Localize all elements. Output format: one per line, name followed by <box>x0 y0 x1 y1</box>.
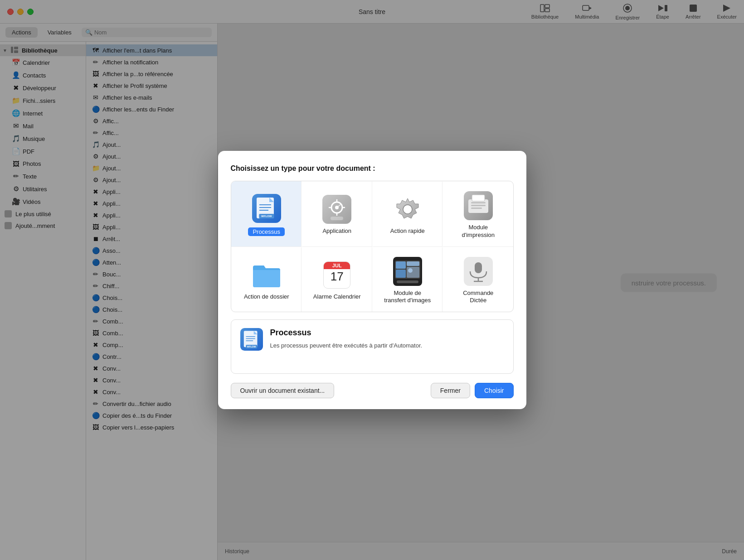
type-action-dossier[interactable]: Action de dossier <box>231 247 302 312</box>
modal-footer: Ouvrir un document existant... Fermer Ch… <box>231 383 514 398</box>
action-rapide-icon <box>393 195 422 224</box>
action-dossier-label: Action de dossier <box>244 293 289 301</box>
type-action-rapide[interactable]: Action rapide <box>372 181 443 247</box>
calendar-icon: JUL 17 <box>323 261 350 289</box>
svg-point-44 <box>408 268 413 273</box>
processus-label-badge: Processus <box>248 227 285 236</box>
application-icon <box>322 195 351 224</box>
svg-rect-41 <box>396 270 406 278</box>
svg-rect-36 <box>471 208 482 209</box>
desc-icon: WFLOW <box>240 328 263 351</box>
type-alarme-calendrier[interactable]: JUL 17 Alarme Calendrier <box>301 247 372 312</box>
type-module-impression[interactable]: Module d'impression <box>443 181 513 247</box>
desc-text: Les processus peuvent être exécutés à pa… <box>270 341 504 350</box>
calendar-day: 17 <box>324 269 350 285</box>
commande-dictee-icon-wrap <box>464 257 493 286</box>
action-dossier-icon <box>252 262 281 288</box>
module-impression-icon <box>464 191 493 220</box>
desc-content: Processus Les processus peuvent être exé… <box>270 328 504 350</box>
action-rapide-icon-wrap <box>393 195 422 224</box>
commande-dictee-label: Commande Dictée <box>463 290 493 305</box>
type-grid: WFLOW Processus <box>231 181 514 313</box>
module-transfert-label: Module de transfert d'images <box>384 290 431 305</box>
modal-overlay: Choisissez un type pour votre document : <box>0 0 744 560</box>
svg-rect-37 <box>472 195 485 201</box>
description-box: WFLOW Processus Les processus peuvent êt… <box>231 319 514 374</box>
modal-dialog: Choisissez un type pour votre document : <box>218 151 526 410</box>
footer-right-buttons: Fermer Choisir <box>431 383 514 398</box>
application-icon-wrap <box>322 195 351 224</box>
module-impression-label: Module d'impression <box>462 224 495 239</box>
application-label: Application <box>322 227 351 235</box>
calendar-month: JUL <box>324 262 350 269</box>
processus-icon <box>252 194 281 223</box>
confirm-button[interactable]: Choisir <box>475 383 514 398</box>
type-module-transfert[interactable]: Module de transfert d'images <box>372 247 443 312</box>
svg-rect-35 <box>471 205 486 206</box>
alarme-calendrier-icon-wrap: JUL 17 <box>322 261 351 290</box>
cancel-button[interactable]: Fermer <box>431 383 470 398</box>
module-impression-icon-wrap <box>464 191 493 220</box>
svg-rect-45 <box>397 280 418 283</box>
type-processus[interactable]: WFLOW Processus <box>231 181 302 247</box>
desc-title: Processus <box>270 328 504 338</box>
commande-dictee-icon <box>464 257 493 286</box>
svg-rect-42 <box>407 261 419 266</box>
action-rapide-label: Action rapide <box>390 227 425 235</box>
svg-rect-30 <box>331 217 343 220</box>
svg-rect-43 <box>407 267 419 278</box>
alarme-calendrier-label: Alarme Calendrier <box>313 293 361 301</box>
type-commande-dictee[interactable]: Commande Dictée <box>443 247 513 312</box>
svg-rect-47 <box>475 262 482 273</box>
action-dossier-icon-wrap <box>252 261 281 290</box>
module-transfert-icon-wrap <box>393 257 422 286</box>
modal-title: Choisissez un type pour votre document : <box>231 164 514 173</box>
svg-point-31 <box>403 205 412 214</box>
svg-rect-40 <box>396 261 406 269</box>
processus-icon-wrap: WFLOW <box>252 194 281 223</box>
svg-rect-34 <box>471 202 486 203</box>
module-transfert-icon <box>393 257 422 286</box>
type-application[interactable]: Application <box>301 181 372 247</box>
open-document-button[interactable]: Ouvrir un document existant... <box>231 383 335 398</box>
